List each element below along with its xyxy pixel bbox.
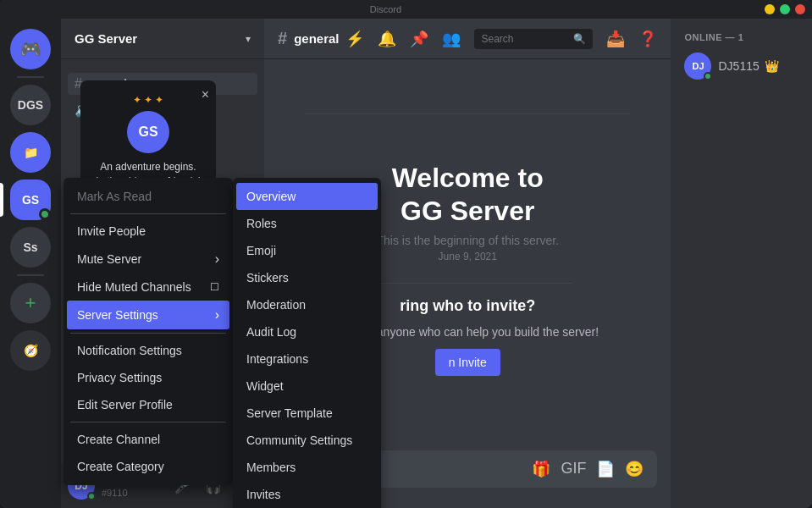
- context-item-hide-muted[interactable]: Hide Muted Channels ☐: [67, 273, 229, 301]
- overlay: × ✦ ✦ ✦ GS An adventure begins.Let's add…: [0, 19, 812, 508]
- context-divider-3: [70, 422, 226, 422]
- context-divider-2: [70, 333, 226, 334]
- context-menu: Mark As Read Invite People Mute Server H…: [64, 178, 233, 485]
- context-item-mute-server[interactable]: Mute Server: [67, 245, 229, 273]
- context-item-mark-as-read[interactable]: Mark As Read: [67, 183, 229, 210]
- submenu-item-community-settings[interactable]: Community Settings: [236, 427, 378, 454]
- context-item-privacy-settings[interactable]: Privacy Settings: [67, 364, 229, 391]
- submenu-item-emoji[interactable]: Emoji: [236, 237, 378, 264]
- submenu-item-integrations[interactable]: Integrations: [236, 345, 378, 373]
- context-item-create-category[interactable]: Create Category: [67, 453, 229, 480]
- server-settings-submenu: Overview Roles Emoji Stickers Moderation…: [233, 178, 381, 508]
- checkbox-icon: ☐: [210, 281, 219, 293]
- context-item-create-channel[interactable]: Create Channel: [67, 426, 229, 453]
- app-body: 🎮 DGS 📁 GS Ss + 🧭: [0, 19, 812, 508]
- submenu-item-invites[interactable]: Invites: [236, 481, 378, 508]
- popup-stars: ✦ ✦ ✦: [127, 94, 169, 106]
- submenu-item-server-template[interactable]: Server Template: [236, 400, 378, 427]
- context-item-notification-settings[interactable]: Notification Settings: [67, 337, 229, 364]
- submenu-item-members[interactable]: Members: [236, 454, 378, 481]
- popup-close-button[interactable]: ×: [202, 87, 209, 102]
- popup-avatar: GS: [127, 111, 169, 153]
- app-window: Discord 🎮 DGS 📁 GS Ss: [0, 0, 812, 508]
- context-item-edit-server-profile[interactable]: Edit Server Profile: [67, 391, 229, 418]
- context-divider-1: [70, 213, 226, 214]
- submenu-item-overview[interactable]: Overview: [236, 183, 378, 210]
- context-item-server-settings[interactable]: Server Settings: [67, 301, 229, 329]
- submenu-item-widget[interactable]: Widget: [236, 373, 378, 400]
- submenu-item-audit-log[interactable]: Audit Log: [236, 318, 378, 345]
- submenu-item-moderation[interactable]: Moderation: [236, 291, 378, 318]
- context-item-invite-people[interactable]: Invite People: [67, 218, 229, 245]
- popup-avatar-area: ✦ ✦ ✦ GS: [127, 94, 169, 153]
- submenu-item-stickers[interactable]: Stickers: [236, 264, 378, 291]
- submenu-item-roles[interactable]: Roles: [236, 210, 378, 237]
